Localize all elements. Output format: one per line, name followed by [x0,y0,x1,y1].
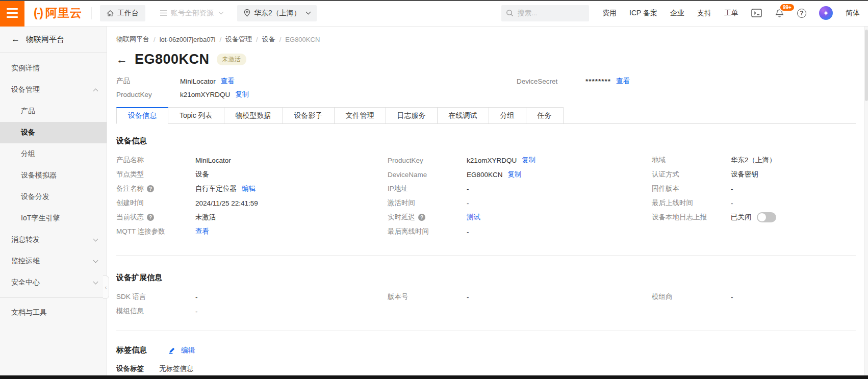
tab-log-service[interactable]: 日志服务 [386,107,438,124]
nav-ticket[interactable]: 工单 [724,9,738,18]
region-selector[interactable]: 华东2（上海） [237,5,317,21]
tab-tasks[interactable]: 任务 [526,107,564,124]
scrollbar[interactable] [864,27,868,375]
product-name-value: MiniLocator [195,157,231,164]
sidebar-item-groups[interactable]: 分组 [0,143,107,165]
chevron-down-icon [93,236,98,241]
aliyun-logo-text: 阿里云 [45,5,82,21]
pencil-icon [168,346,176,354]
tab-thing-model-data[interactable]: 物模型数据 [224,107,283,124]
scrollbar-thumb[interactable] [865,30,868,101]
field-last-offline-time: 最后离线时间 - [388,224,652,239]
field-node-type: 节点类型 设备 [116,167,388,182]
search-input[interactable] [501,5,589,21]
tags-section-title: 标签信息 [116,345,147,355]
product-view-link[interactable]: 查看 [221,77,235,86]
account-resources-label: 账号全部资源 [171,9,214,18]
nav-icp[interactable]: ICP 备案 [629,9,657,18]
tags-edit-button[interactable]: 编辑 [168,346,195,355]
resource-list-icon [160,10,167,16]
body: ← 物联网平台 实例详情 设备管理 产品 设备 分组 [0,27,868,379]
devicename-copy-link[interactable]: 复制 [508,170,522,179]
sidebar-item-devices[interactable]: 设备 [0,122,107,143]
sidebar-item-products[interactable]: 产品 [0,100,107,122]
cloudshell-button[interactable] [751,9,762,17]
sidebar-back-arrow-icon[interactable]: ← [11,34,20,44]
sidebar-title: 物联网平台 [26,35,64,44]
sidebar-divider [0,297,107,298]
hamburger-menu-button[interactable] [0,0,24,27]
latency-test-link[interactable]: 测试 [467,213,480,222]
bottom-taskbar-edge [0,375,868,379]
nav-enterprise[interactable]: 企业 [670,9,684,18]
aliyun-logo[interactable]: (-) 阿里云 [34,5,82,21]
local-log-toggle[interactable] [757,212,776,222]
local-log-value: 已关闭 [731,213,752,222]
sidebar-item-device-simulator[interactable]: 设备模拟器 [0,165,107,186]
help-icon[interactable]: ? [147,185,154,192]
sidebar-collapse-handle[interactable]: ‹ [103,275,109,299]
mqtt-view-link[interactable]: 查看 [195,227,209,236]
workbench-button[interactable]: 工作台 [100,5,145,21]
node-type-value: 设备 [195,170,209,179]
language-switcher[interactable]: 简体 [846,9,860,18]
activated-time-value: - [467,199,469,207]
section-divider [116,331,856,331]
devicesecret-value: ******** [585,78,611,85]
breadcrumb-item[interactable]: 设备管理 [225,35,252,44]
tab-device-info[interactable]: 设备信息 [116,107,168,124]
avatar[interactable] [819,6,833,20]
main-content: 物联网平台/ iot-06z00i7jerba07i/ 设备管理/ 设备/ EG… [107,27,868,379]
tab-online-debug[interactable]: 在线调试 [438,107,489,124]
module-vendor-value: - [731,293,733,301]
sidebar-item-docs-tools[interactable]: 文档与工具 [0,302,107,323]
breadcrumb-item[interactable]: 物联网平台 [116,35,149,44]
sidebar-item-message-forwarding[interactable]: 消息转发 [0,229,107,250]
account-resources-dropdown[interactable]: 账号全部资源 [160,9,223,18]
tab-file-management[interactable]: 文件管理 [335,107,386,124]
help-button[interactable]: ? [797,9,806,18]
productkey-label: ProductKey [116,91,180,98]
meta-productkey-row: ProductKey k21omXYRDQU 复制 [116,88,856,101]
ext-info-grid: SDK 语言 - 版本号 - 模组商 - 模组信息 - [116,290,856,318]
sidebar-item-iot-twin-engine[interactable]: IoT孪生引擎 [0,208,107,229]
tab-topic-list[interactable]: Topic 列表 [168,107,224,124]
window-top-border [0,0,868,1]
back-arrow-icon[interactable]: ← [116,54,127,65]
module-info-value: - [195,308,198,315]
sidebar-header: ← 物联网平台 [0,27,107,53]
current-status-value: 未激活 [195,213,216,222]
field-current-status: 当前状态? 未激活 [116,210,388,224]
question-mark-icon: ? [797,9,806,18]
breadcrumb-item[interactable]: 设备 [262,35,275,44]
location-pin-icon [244,9,250,17]
devicesecret-label: DeviceSecret [517,78,585,85]
chevron-down-icon [93,279,98,284]
sidebar-item-device-distribution[interactable]: 设备分发 [0,186,107,208]
remark-edit-link[interactable]: 编辑 [242,184,256,193]
device-tag-value: 无标签信息 [159,364,194,373]
productkey-copy-link[interactable]: 复制 [235,90,249,99]
nav-support[interactable]: 支持 [697,9,711,18]
sidebar-item-security-center[interactable]: 安全中心 [0,272,107,293]
product-label: 产品 [116,77,180,86]
tags-edit-link[interactable]: 编辑 [181,346,195,355]
devicesecret-view-link[interactable]: 查看 [616,77,630,86]
field-realtime-latency: 实时延迟? 测试 [388,210,652,224]
nav-billing[interactable]: 费用 [602,9,617,18]
sidebar-item-device-management[interactable]: 设备管理 [0,79,107,100]
tab-groups[interactable]: 分组 [489,107,526,124]
sidebar-item-instance-detail[interactable]: 实例详情 [0,58,107,79]
field-module-vendor: 模组商 - [652,290,856,304]
productkey-copy-link[interactable]: 复制 [522,156,535,165]
region-value: 华东2（上海） [731,156,776,165]
version-value: - [467,293,469,301]
help-icon[interactable]: ? [418,214,425,221]
tab-device-shadow[interactable]: 设备影子 [283,107,335,124]
notifications-button[interactable]: 99+ [775,8,784,18]
ip-value: - [467,185,469,193]
breadcrumb-item[interactable]: iot-06z00i7jerba07i [160,36,216,43]
sidebar-item-monitoring-ops[interactable]: 监控运维 [0,250,107,272]
help-icon[interactable]: ? [147,214,154,221]
global-search[interactable] [501,5,589,21]
